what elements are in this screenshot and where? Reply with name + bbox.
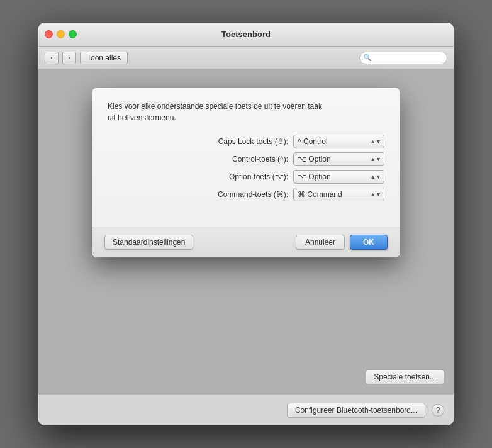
option-label: Option-toets (⌥): xyxy=(229,172,288,181)
speciale-toetsen-button[interactable]: Speciale toetsen... xyxy=(366,369,444,384)
form-row-command: Command-toets (⌘): Geen actie ^ Control … xyxy=(108,188,384,201)
search-icon: 🔍 xyxy=(364,54,371,61)
traffic-lights xyxy=(45,30,77,38)
form-rows: Caps Lock-toets (⇪): Geen actie ^ Contro… xyxy=(108,135,384,201)
control-select-wrapper: Geen actie ^ Control ⌥ Option ⌘ Command … xyxy=(293,152,384,166)
back-button[interactable]: ‹ xyxy=(45,52,59,64)
search-input[interactable] xyxy=(373,53,443,62)
modal-description: Kies voor elke onderstaande speciale toe… xyxy=(108,101,384,123)
modal-overlay: Kies voor elke onderstaande speciale toe… xyxy=(38,69,454,394)
form-row-option: Option-toets (⌥): Geen actie ^ Control ⌥… xyxy=(108,170,384,184)
control-label: Control-toets (^): xyxy=(232,155,288,164)
command-label: Command-toets (⌘): xyxy=(218,190,288,199)
content-area: Kies voor elke onderstaande speciale toe… xyxy=(38,69,454,394)
capslock-select[interactable]: Geen actie ^ Control ⌥ Option ⌘ Command … xyxy=(293,135,384,148)
form-row-capslock: Caps Lock-toets (⇪): Geen actie ^ Contro… xyxy=(108,135,384,148)
capslock-select-wrapper: Geen actie ^ Control ⌥ Option ⌘ Command … xyxy=(293,135,384,148)
modal-body: Kies voor elke onderstaande speciale toe… xyxy=(92,88,400,227)
modal-dialog: Kies voor elke onderstaande speciale toe… xyxy=(92,88,400,257)
toon-alles-button[interactable]: Toon alles xyxy=(80,52,128,64)
close-button[interactable] xyxy=(45,30,53,38)
speciale-area: Speciale toetsen... xyxy=(366,369,444,384)
minimize-button[interactable] xyxy=(57,30,65,38)
maximize-button[interactable] xyxy=(69,30,77,38)
titlebar: Toetsenbord xyxy=(38,23,454,47)
standaard-button[interactable]: Standaardinstellingen xyxy=(104,235,193,250)
option-select[interactable]: Geen actie ^ Control ⌥ Option ⌘ Command … xyxy=(293,170,384,184)
modal-footer-right: Annuleer OK xyxy=(296,235,388,250)
help-button[interactable]: ? xyxy=(432,404,444,417)
search-box: 🔍 xyxy=(359,52,447,64)
control-select[interactable]: Geen actie ^ Control ⌥ Option ⌘ Command … xyxy=(293,152,384,166)
window-title: Toetsenbord xyxy=(221,30,271,39)
ok-button[interactable]: OK xyxy=(350,235,388,250)
form-row-control: Control-toets (^): Geen actie ^ Control … xyxy=(108,152,384,166)
command-select-wrapper: Geen actie ^ Control ⌥ Option ⌘ Command … xyxy=(293,188,384,201)
forward-button[interactable]: › xyxy=(62,52,76,64)
capslock-label: Caps Lock-toets (⇪): xyxy=(218,137,288,146)
window-footer: Configureer Bluetooth-toetsenbord... ? xyxy=(38,394,454,425)
toolbar: ‹ › Toon alles 🔍 xyxy=(38,47,454,69)
modal-footer: Standaardinstellingen Annuleer OK xyxy=(92,227,400,257)
command-select[interactable]: Geen actie ^ Control ⌥ Option ⌘ Command … xyxy=(293,188,384,201)
annuleer-button[interactable]: Annuleer xyxy=(296,235,345,250)
main-window: Toetsenbord ‹ › Toon alles 🔍 Kies voor e… xyxy=(38,23,454,425)
option-select-wrapper: Geen actie ^ Control ⌥ Option ⌘ Command … xyxy=(293,170,384,184)
bluetooth-button[interactable]: Configureer Bluetooth-toetsenbord... xyxy=(287,403,425,418)
